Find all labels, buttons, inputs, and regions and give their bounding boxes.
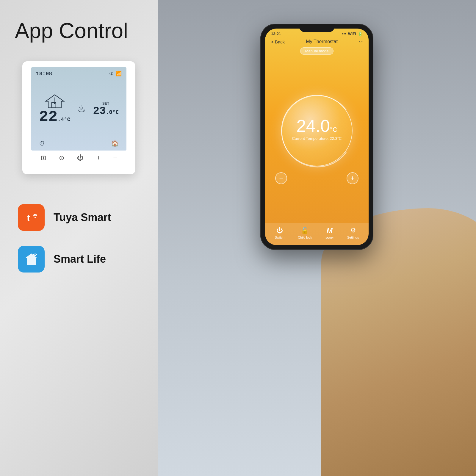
svg-point-3 xyxy=(54,102,55,104)
wifi-status-icon: WiFi xyxy=(348,32,356,36)
lock-nav-icon: 🔓 xyxy=(301,227,309,234)
settings-label: Settings xyxy=(347,236,359,239)
power-button[interactable]: ⏻ xyxy=(77,154,84,162)
mode-nav-icon: M xyxy=(327,227,333,235)
power-nav-icon: ⏻ xyxy=(276,227,283,234)
right-panel: 13:21 ▪▪▪ WiFi 🔋 < Back My Thermostat ✏ … xyxy=(158,0,476,476)
phone-screen: 13:21 ▪▪▪ WiFi 🔋 < Back My Thermostat ✏ … xyxy=(265,29,369,245)
nav-mode[interactable]: M Mode xyxy=(325,227,334,240)
minus-button[interactable]: − xyxy=(113,154,117,162)
clock-button[interactable]: ⊙ xyxy=(59,154,64,162)
smartlife-logo-icon xyxy=(18,246,45,273)
svg-point-7 xyxy=(35,256,36,258)
wifi-icon: 📶 xyxy=(116,71,122,76)
switch-label: Switch xyxy=(275,236,284,239)
thermostat-time: 18:08 xyxy=(36,71,52,77)
plus-icon: + xyxy=(351,174,355,182)
timer-icon: ⏱ xyxy=(39,140,45,147)
page-title: App Control xyxy=(15,18,128,43)
nav-child-lock[interactable]: 🔓 Child lock xyxy=(298,227,312,240)
battery-icon: 🔋 xyxy=(358,32,363,36)
smartlife-app-row: Smart Life xyxy=(18,246,111,273)
edit-button[interactable]: ✏ xyxy=(359,39,363,44)
minus-icon: − xyxy=(279,174,283,182)
temp-circle-area: 24.0 °C Current Temperature: 22.3°C − + xyxy=(265,56,369,223)
thermostat-buttons: ⊞ ⊙ ⏻ + − xyxy=(28,151,129,162)
child-lock-label: Child lock xyxy=(298,236,312,239)
svg-marker-6 xyxy=(25,253,37,265)
decrease-temp-button[interactable]: − xyxy=(275,172,287,184)
phone-notch xyxy=(299,24,335,32)
phone-mockup: 13:21 ▪▪▪ WiFi 🔋 < Back My Thermostat ✏ … xyxy=(260,24,373,250)
nav-switch[interactable]: ⏻ Switch xyxy=(275,227,284,240)
smartlife-app-name: Smart Life xyxy=(54,253,106,265)
thermostat-device: 18:08 ③ 📶 22 xyxy=(22,61,135,174)
left-panel: App Control 18:08 ③ 📶 xyxy=(0,0,158,476)
svg-text:t: t xyxy=(27,212,30,224)
set-temp-unit: .0°C xyxy=(106,109,119,115)
tuya-app-name: Tuya Smart xyxy=(54,211,111,224)
app-logos-section: t Tuya Smart Smart Life xyxy=(15,204,111,273)
schedule-icon: ③ xyxy=(109,71,113,76)
thermostat-screen: 18:08 ③ 📶 22 xyxy=(31,67,126,151)
current-temp: 22 xyxy=(39,109,57,125)
tuya-app-row: t Tuya Smart xyxy=(18,204,111,231)
set-temp: 23 xyxy=(93,106,106,117)
increase-temp-button[interactable]: + xyxy=(347,172,358,184)
plus-button[interactable]: + xyxy=(96,154,100,162)
thermostat-title: My Thermostat xyxy=(306,39,337,44)
flame-icon: ♨ xyxy=(77,103,86,115)
phone-bottom-nav: ⏻ Switch 🔓 Child lock M Mode ⚙ Settings xyxy=(265,223,369,245)
svg-point-5 xyxy=(35,217,36,218)
status-time: 13:21 xyxy=(271,32,281,36)
current-temp-unit: .4°C xyxy=(57,117,70,123)
mode-badge[interactable]: Manual mode xyxy=(300,47,334,55)
phone-nav-bar: < Back My Thermostat ✏ xyxy=(265,37,369,46)
settings-nav-icon: ⚙ xyxy=(350,227,356,234)
house-icon xyxy=(44,93,65,109)
nav-settings[interactable]: ⚙ Settings xyxy=(347,227,359,240)
child-lock-icon: 🏠 xyxy=(111,140,119,147)
grid-button[interactable]: ⊞ xyxy=(41,154,46,162)
tuya-logo-icon: t xyxy=(18,204,45,231)
signal-icon: ▪▪▪ xyxy=(342,32,346,36)
temp-arc xyxy=(279,93,356,169)
svg-point-8 xyxy=(282,95,353,167)
mode-label: Mode xyxy=(325,236,334,240)
temp-controls: − + xyxy=(275,172,358,184)
back-button[interactable]: < Back xyxy=(271,39,285,44)
temp-circle: 24.0 °C Current Temperature: 22.3°C xyxy=(281,95,353,166)
